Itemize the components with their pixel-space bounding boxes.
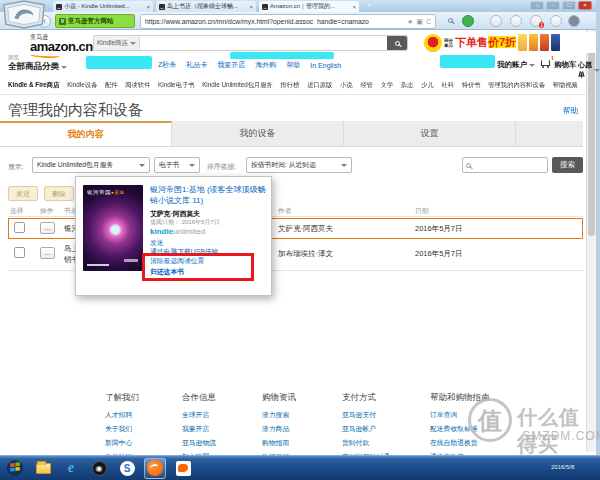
amazon-favicon: [159, 4, 165, 10]
nav-link-global[interactable]: 海外购: [255, 60, 276, 70]
cheetah-browser-logo[interactable]: [1, 0, 47, 29]
catnav-item[interactable]: 杂志: [401, 81, 414, 90]
amazon-search-bar[interactable]: Kindle商店: [93, 35, 408, 51]
all-categories-menu[interactable]: 浏览 全部商品分类: [8, 54, 67, 73]
toolbar-extension-icon-3[interactable]: [550, 15, 562, 27]
footer-link[interactable]: 新闻中心: [105, 438, 175, 448]
catnav-item[interactable]: 阅读软件: [125, 81, 150, 90]
footer-link[interactable]: 关于我们: [105, 424, 175, 434]
nav-link-giftcards[interactable]: 礼品卡: [186, 60, 207, 70]
sort-value: 按借书时间: 从近到远: [251, 160, 316, 170]
catnav-item-manage-content[interactable]: 管理我的内容和设备: [488, 81, 545, 90]
footer-link[interactable]: 亚马逊物流: [182, 438, 257, 448]
nav-link-english[interactable]: In English: [310, 62, 341, 69]
sort-dropdown[interactable]: 按借书时间: 从近到远: [246, 157, 352, 173]
catnav-item[interactable]: 小说: [340, 81, 353, 90]
promo-banner[interactable]: 部分 单品 下单售价7折: [424, 32, 596, 53]
url-text[interactable]: https://www.amazon.cn/mn/dcw/myx.html?op…: [145, 18, 404, 25]
tab-my-content[interactable]: 我的内容: [0, 121, 172, 146]
search-scope-dropdown[interactable]: Kindle商店: [94, 36, 140, 50]
tab-close-icon[interactable]: ×: [249, 4, 253, 10]
catnav-item[interactable]: 社科: [441, 81, 454, 90]
browser-menu-icon[interactable]: [568, 15, 580, 27]
minimize-button[interactable]: –: [546, 1, 560, 10]
footer-link[interactable]: 潜力搜索: [262, 410, 337, 420]
nav-link-help[interactable]: 帮助: [286, 60, 300, 70]
taskbar-cheetah-browser-icon-active[interactable]: [144, 458, 166, 479]
promo-small-text: 部分 单品: [444, 38, 453, 48]
popup-book-title[interactable]: 银河帝国1:基地 (读客全球顶级畅销小说文库 11): [150, 184, 268, 206]
new-tab-button[interactable]: +: [364, 2, 374, 11]
row2-checkbox[interactable]: [14, 247, 25, 258]
row2-actions-button[interactable]: …: [40, 247, 55, 259]
catnav-item[interactable]: Kindle设备: [67, 81, 97, 90]
taskbar-sogou-icon[interactable]: S: [116, 458, 138, 479]
chevron-down-icon: [189, 164, 195, 167]
site-badge-label: 亚马逊官方网站: [68, 17, 114, 26]
account-menu[interactable]: 我的账户: [497, 60, 535, 70]
screen: 小说 - Kindle Unlimited... × 岛上书店（现象级全球畅..…: [0, 0, 600, 480]
close-button[interactable]: ×: [578, 1, 592, 10]
tab-settings[interactable]: 设置: [344, 121, 516, 146]
browser-tab-2[interactable]: 岛上书店（现象级全球畅... ×: [156, 1, 256, 12]
content-search-input[interactable]: [462, 157, 548, 173]
footer-link[interactable]: 在线自助退换货: [430, 438, 520, 448]
speed-boost-icon[interactable]: [462, 15, 474, 27]
nav-link-deals[interactable]: Z秒杀: [158, 60, 176, 70]
catnav-item[interactable]: 少儿: [421, 81, 434, 90]
toolbar-extension-icon-2[interactable]: [510, 15, 522, 27]
catnav-item[interactable]: 排行榜: [281, 81, 300, 90]
taskbar-foxmail-icon[interactable]: [172, 458, 194, 479]
taskbar-media-player-icon[interactable]: ◉: [88, 458, 110, 479]
footer-link[interactable]: 购物指南: [262, 438, 337, 448]
taskbar-ie-icon[interactable]: e: [60, 458, 82, 479]
help-link[interactable]: 帮助: [563, 106, 578, 116]
browser-tab-3-active[interactable]: Amazon.cn｜管理我的... ×: [259, 1, 359, 12]
content-type-dropdown[interactable]: 电子书: [154, 157, 200, 173]
catnav-item[interactable]: 进口原版: [307, 81, 332, 90]
skin-button[interactable]: ⌂: [530, 1, 544, 10]
catnav-item[interactable]: 帮助视频: [553, 81, 578, 90]
address-bar[interactable]: https://www.amazon.cn/mn/dcw/myx.html?op…: [140, 14, 436, 29]
delete-button-disabled[interactable]: 删除: [44, 186, 74, 201]
col-header-select: 选择: [10, 206, 24, 216]
catnav-item[interactable]: 特价书: [462, 81, 481, 90]
toolbar-extension-icon-1[interactable]: [490, 15, 502, 27]
row1-checkbox[interactable]: [14, 222, 25, 233]
downloads-icon[interactable]: 1: [530, 15, 542, 27]
subscription-filter-dropdown[interactable]: Kindle Unlimited包月服务: [32, 157, 150, 173]
browser-tab-1[interactable]: 小说 - Kindle Unlimited... ×: [53, 1, 153, 12]
send-button-disabled[interactable]: 发送: [8, 186, 38, 201]
toolbar-search-icon[interactable]: [448, 17, 453, 24]
catnav-item[interactable]: Kindle & Fire商店: [8, 81, 59, 90]
amazon-search-button[interactable]: [387, 36, 407, 50]
taskbar-explorer-icon[interactable]: [32, 458, 54, 479]
catnav-item[interactable]: Kindle Unlimited包月服务: [202, 81, 273, 90]
footer-link[interactable]: 我要开店: [182, 424, 257, 434]
maximize-button[interactable]: □: [562, 1, 576, 10]
row1-actions-button[interactable]: …: [40, 222, 55, 234]
cart-icon[interactable]: 1: [541, 58, 552, 68]
footer-link[interactable]: 货到付款: [342, 438, 422, 448]
site-verification-badge[interactable]: V 亚马逊官方网站: [55, 14, 135, 28]
tab-close-icon[interactable]: ×: [352, 4, 356, 10]
footer-link[interactable]: 亚马逊支付: [342, 410, 422, 420]
screenshot-icon[interactable]: ▣: [416, 18, 423, 25]
catnav-item[interactable]: 文学: [381, 81, 394, 90]
footer-link[interactable]: 潜力商品: [262, 424, 337, 434]
content-search-button[interactable]: 搜索: [552, 157, 583, 173]
start-button[interactable]: [4, 458, 26, 479]
catnav-item[interactable]: 经管: [360, 81, 373, 90]
catnav-item[interactable]: 配件: [105, 81, 118, 90]
footer-link[interactable]: 亚马逊帐户: [342, 424, 422, 434]
tab-close-icon[interactable]: ×: [146, 4, 150, 10]
footer-link[interactable]: 人才招聘: [105, 410, 175, 420]
cart-link[interactable]: 购物车: [554, 60, 577, 70]
catnav-item[interactable]: Kindle电子书: [158, 81, 194, 90]
refresh-icon[interactable]: C: [426, 18, 431, 25]
footer-link[interactable]: 全球开店: [182, 410, 257, 420]
bookmark-star-icon[interactable]: ★: [407, 18, 413, 25]
tab-title: 岛上书店（现象级全球畅...: [167, 2, 238, 11]
tab-my-devices[interactable]: 我的设备: [172, 121, 344, 146]
nav-link-sell[interactable]: 我要开店: [217, 60, 245, 70]
